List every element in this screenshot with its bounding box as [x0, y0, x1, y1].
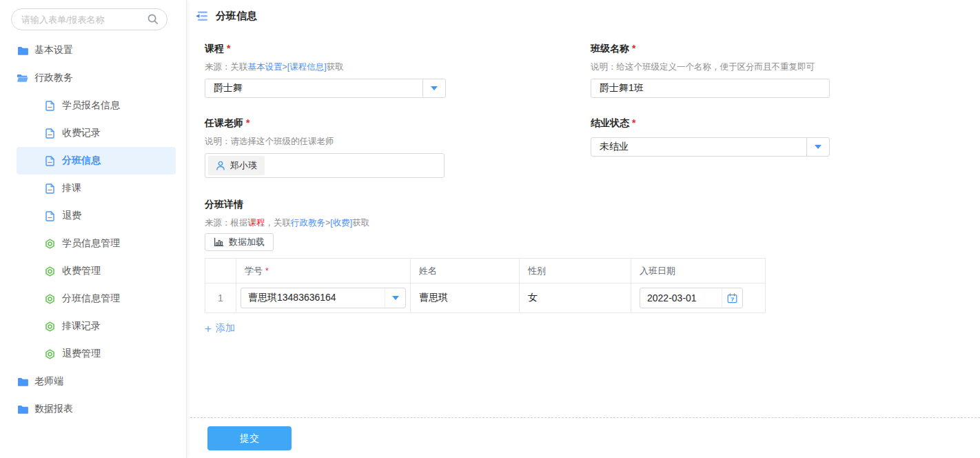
course-select[interactable]: 爵士舞 [205, 79, 446, 98]
doc-icon [44, 128, 56, 139]
sidebar-item-fee-mgmt[interactable]: 收费管理 [17, 257, 176, 285]
hexagon-icon [44, 349, 56, 359]
sidebar-item-student-registration[interactable]: 学员报名信息 [17, 92, 176, 119]
field-class-name-desc: 说明：给这个班级定义一个名称，便于区分而且不重复即可 [591, 61, 830, 72]
add-row-button[interactable]: + 添加 [205, 322, 235, 335]
data-load-label: 数据加载 [229, 236, 265, 248]
sidebar-item-label: 数据报表 [34, 403, 73, 415]
person-icon [216, 161, 225, 170]
sidebar-item-refund-mgmt[interactable]: 退费管理 [17, 340, 176, 368]
sidebar-item-label: 学员信息管理 [62, 237, 120, 250]
col-student-id-header: 学号* [236, 259, 411, 283]
teacher-chip[interactable]: 郑小瑛 [208, 156, 265, 175]
sidebar-menu: 基本设置 行政教务 学员报名信息 收费记录 分班信息 排课 退费 学员信息管理 [0, 37, 186, 423]
required-asterisk: * [265, 266, 269, 276]
sidebar-item-data-reports[interactable]: 数据报表 [0, 395, 186, 423]
sidebar-item-label: 基本设置 [34, 44, 73, 57]
sidebar-item-label: 老师端 [34, 375, 63, 388]
sidebar-item-label: 分班信息管理 [62, 292, 120, 305]
section-class-detail-label: 分班详情 [205, 199, 980, 211]
submit-button[interactable]: 提交 [207, 426, 292, 450]
sidebar-item-label: 收费记录 [62, 127, 101, 139]
page-title: 分班信息 [216, 10, 257, 23]
sidebar-item-label: 分班信息 [62, 155, 101, 167]
form-footer: 提交 [190, 417, 980, 458]
menu-fold-icon[interactable] [195, 11, 208, 21]
source-link[interactable]: [收费] [330, 218, 352, 228]
student-id-select[interactable]: 曹思琪13483636164 [241, 288, 406, 308]
bar-chart-icon [214, 237, 224, 247]
sidebar-item-basic-settings[interactable]: 基本设置 [0, 37, 186, 64]
field-graduation-status: 结业状态* 未结业 [591, 117, 830, 178]
field-course-source: 来源：关联基本设置>[课程信息]获取 [205, 61, 591, 72]
course-select-value: 爵士舞 [205, 79, 422, 97]
search-icon[interactable] [147, 14, 159, 25]
sidebar-item-refund[interactable]: 退费 [17, 202, 176, 230]
class-detail-table: 学号* 姓名 性别 入班日期 1 曹思琪13483636164 [205, 258, 766, 313]
section-class-detail: 分班详情 来源：根据课程，关联行政教务>[收费]获取 数据加载 学号* 姓名 [205, 199, 980, 335]
sidebar-item-admin-academic[interactable]: 行政教务 [0, 64, 186, 92]
field-course-label: 课程* [205, 43, 591, 55]
join-date-picker[interactable]: 2022-03-01 [640, 288, 743, 308]
main-content: 分班信息 课程* 来源：关联基本设置>[课程信息]获取 爵士舞 [187, 0, 980, 458]
chevron-down-icon[interactable] [806, 138, 829, 156]
teacher-picker[interactable]: 郑小瑛 [205, 153, 445, 178]
add-row-label: 添加 [216, 322, 235, 335]
chevron-down-icon[interactable] [422, 79, 445, 97]
sidebar-item-student-info-mgmt[interactable]: 学员信息管理 [17, 230, 176, 257]
field-class-name: 班级名称* 说明：给这个班级定义一个名称，便于区分而且不重复即可 [591, 43, 830, 98]
sidebar-item-class-assignment[interactable]: 分班信息 [17, 147, 176, 175]
sidebar-item-label: 退费管理 [62, 348, 101, 360]
folder-open-icon [17, 74, 28, 83]
chevron-down-icon[interactable] [385, 288, 405, 308]
col-name-header: 姓名 [411, 259, 520, 283]
table-row: 1 曹思琪13483636164 曹思琪 女 2022-03-01 [205, 283, 766, 313]
sidebar-item-label: 学员报名信息 [62, 99, 120, 112]
row-gender-cell: 女 [520, 283, 631, 313]
required-asterisk: * [227, 43, 230, 54]
graduation-status-select[interactable]: 未结业 [591, 137, 830, 157]
graduation-status-value: 未结业 [591, 138, 806, 156]
sidebar-item-fee-records[interactable]: 收费记录 [17, 119, 176, 147]
row-student-id-cell: 曹思琪13483636164 [236, 283, 411, 313]
page-header: 分班信息 [195, 8, 980, 23]
field-class-name-label: 班级名称* [591, 43, 830, 55]
sidebar-item-class-assignment-mgmt[interactable]: 分班信息管理 [17, 285, 176, 312]
doc-icon [44, 101, 56, 111]
required-asterisk: * [632, 117, 635, 128]
col-index-header [205, 259, 236, 283]
sidebar: 基本设置 行政教务 学员报名信息 收费记录 分班信息 排课 退费 学员信息管理 [0, 0, 187, 458]
class-name-input[interactable] [591, 79, 830, 98]
col-gender-header: 性别 [520, 259, 631, 283]
sidebar-item-label: 排课 [62, 182, 81, 195]
sidebar-item-teacher-portal[interactable]: 老师端 [0, 368, 186, 395]
row-name-cell: 曹思琪 [411, 283, 520, 313]
sidebar-search [11, 8, 167, 30]
source-link[interactable]: 基本设置 [248, 62, 283, 72]
form-row-2: 任课老师* 说明：请选择这个班级的任课老师 郑小瑛 [205, 117, 980, 178]
sidebar-item-scheduling[interactable]: 排课 [17, 175, 176, 202]
doc-icon [44, 211, 56, 221]
join-date-value: 2022-03-01 [640, 288, 722, 308]
doc-icon [44, 156, 56, 166]
folder-icon [17, 377, 28, 386]
hexagon-icon [44, 239, 56, 249]
folder-icon [17, 405, 28, 414]
col-join-date-header: 入班日期 [631, 259, 766, 283]
source-link[interactable]: [课程信息] [287, 62, 327, 72]
teacher-name: 郑小瑛 [230, 159, 257, 172]
field-teacher: 任课老师* 说明：请选择这个班级的任课老师 郑小瑛 [205, 117, 591, 178]
calendar-icon[interactable] [722, 288, 742, 308]
data-load-button[interactable]: 数据加载 [205, 233, 274, 251]
source-link[interactable]: 行政教务 [291, 218, 325, 228]
required-asterisk: * [246, 117, 249, 128]
sidebar-item-scheduling-records[interactable]: 排课记录 [17, 312, 176, 340]
search-input[interactable] [11, 8, 167, 30]
section-class-detail-source: 来源：根据课程，关联行政教务>[收费]获取 [205, 217, 980, 228]
form-row-1: 课程* 来源：关联基本设置>[课程信息]获取 爵士舞 班级名称* 说明：给 [205, 43, 980, 98]
form-area: 课程* 来源：关联基本设置>[课程信息]获取 爵士舞 班级名称* 说明：给 [205, 43, 980, 335]
sidebar-item-label: 排课记录 [62, 320, 101, 332]
hexagon-icon [44, 266, 56, 277]
field-teacher-label: 任课老师* [205, 117, 591, 130]
sidebar-item-label: 收费管理 [62, 265, 101, 277]
